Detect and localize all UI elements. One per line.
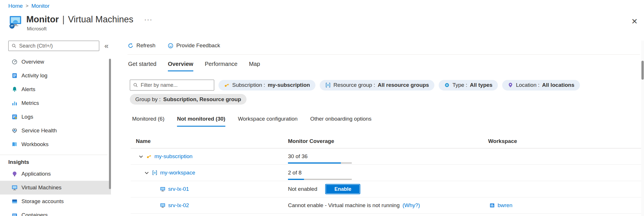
virtual-machine-icon [160,186,166,192]
sidebar-item-containers[interactable]: Containers [0,208,111,216]
virtual-machine-icon [160,203,166,208]
breadcrumb-home-link[interactable]: Home [8,3,23,9]
status-text: Not enabled [288,186,317,192]
page-scrollbar-thumb[interactable] [641,61,644,80]
sidebar-item-storage-accounts[interactable]: Storage accounts [0,195,111,208]
vm-link[interactable]: srv-lx-01 [168,186,189,192]
subtab-not-monitored[interactable]: Not monitored (30) [177,116,225,127]
chevron-down-icon[interactable] [138,154,144,159]
coverage-text: 2 of 8 [288,170,302,176]
name-filter-box [130,80,214,91]
table-header: Name Monitor Coverage Workspace [131,134,641,148]
subtab-monitored[interactable]: Monitored (6) [132,116,164,127]
name-filter-input[interactable] [141,82,211,88]
metrics-icon [11,100,18,106]
activity-log-icon [11,72,18,79]
filter-bar: Subscription : my-subscription Resource … [130,80,580,91]
page-title: Monitor [26,14,59,25]
sidebar-item-applications[interactable]: Applications [0,167,111,181]
breadcrumb: Home > Monitor [8,3,49,9]
sidebar-item-metrics[interactable]: Metrics [0,96,111,110]
sidebar-item-overview[interactable]: Overview [0,55,111,69]
provide-feedback-button[interactable]: Provide Feedback [168,42,220,49]
key-icon [224,82,230,88]
main-tabs: Get started Overview Performance Map [128,61,260,71]
sidebar-collapse-button[interactable]: « [104,42,108,50]
sidebar-scrollbar[interactable] [109,59,111,189]
resource-group-icon [152,170,158,176]
workspace-icon [489,203,495,208]
monitoring-subtabs: Monitored (6) Not monitored (30) Workspa… [132,116,371,127]
breadcrumb-monitor-link[interactable]: Monitor [31,3,49,9]
virtual-machines-icon [11,184,18,191]
workbooks-icon [11,141,18,148]
sidebar-searchbox [8,41,99,51]
sidebar-item-logs[interactable]: Logs [0,110,111,124]
sidebar-nav: Overview Activity log Alerts Metrics Log… [0,55,111,216]
main-content: Refresh Provide Feedback Get started Ove… [128,0,644,216]
group-by-bar: Group by : Subscription, Resource group [130,94,247,105]
search-icon [133,83,138,88]
table-row-workspace-group: my-workspace 2 of 8 [131,165,641,181]
storage-accounts-icon [11,198,18,205]
why-link[interactable]: (Why?) [402,202,420,209]
group-by-pill[interactable]: Group by : Subscription, Resource group [130,94,247,105]
page-subtitle-section: Virtual Machines [68,14,134,25]
vm-link[interactable]: srv-lx-02 [168,202,189,209]
sidebar: « Overview Activity log Alerts Metrics L… [0,37,111,216]
insights-section-title: Insights [0,155,108,165]
column-header-monitor-coverage: Monitor Coverage [288,138,488,144]
column-header-name: Name [131,138,288,144]
coverage-progress-bar [288,179,352,180]
resource-group-filter-pill[interactable]: Resource group : All resource groups [320,80,434,91]
table-row-vm-1: srv-lx-01 Not enabled Enable [131,181,641,197]
subscription-link[interactable]: my-subscription [154,153,192,160]
sidebar-item-service-health[interactable]: Service Health [0,124,111,138]
tab-performance[interactable]: Performance [205,61,238,71]
containers-icon [11,212,18,216]
sidebar-item-workbooks[interactable]: Workbooks [0,138,111,151]
subscription-filter-pill[interactable]: Subscription : my-subscription [218,80,315,91]
column-header-workspace: Workspace [488,138,641,144]
resource-group-link[interactable]: my-workspace [160,170,195,176]
chevron-down-icon[interactable] [144,170,149,175]
sidebar-item-virtual-machines[interactable]: Virtual Machines [0,181,111,195]
subtab-workspace-configuration[interactable]: Workspace configuration [238,116,298,127]
sidebar-search-input[interactable] [19,43,96,49]
status-text: Cannot enable - Virtual machine is not r… [288,202,399,209]
enable-button[interactable]: Enable [326,184,360,194]
location-filter-pill[interactable]: Location : All locations [502,80,580,91]
feedback-smiley-icon [168,43,174,49]
coverage-text: 30 of 36 [288,153,308,160]
subscription-key-icon [146,154,152,159]
tab-get-started[interactable]: Get started [128,61,156,71]
breadcrumb-separator-icon: > [26,3,29,9]
overview-icon [11,59,18,65]
command-bar: Refresh Provide Feedback [128,42,220,49]
type-icon [444,82,450,88]
type-filter-pill[interactable]: Type : All types [439,80,498,91]
coverage-progress-bar [288,162,352,164]
service-health-icon [11,127,18,134]
location-pin-icon [508,82,513,88]
refresh-button[interactable]: Refresh [128,42,156,49]
sidebar-item-activity-log[interactable]: Activity log [0,69,111,83]
refresh-icon [128,43,134,49]
title-separator: | [62,14,65,25]
command-bar-divider [128,54,640,55]
vm-table: Name Monitor Coverage Workspace my-subsc… [131,134,641,214]
tab-map[interactable]: Map [249,61,260,71]
tab-overview[interactable]: Overview [168,61,193,71]
workspace-link[interactable]: bwren [498,202,512,209]
alerts-icon [11,86,18,93]
logs-icon [11,114,18,120]
table-row-vm-2: srv-lx-02 Cannot enable - Virtual machin… [131,197,641,214]
sidebar-item-alerts[interactable]: Alerts [0,83,111,96]
search-icon [11,43,17,48]
applications-icon [11,171,18,177]
resource-group-icon [325,82,331,88]
subtab-other-onboarding-options[interactable]: Other onboarding options [310,116,371,127]
vm-insights-icon [9,15,22,30]
table-row-subscription: my-subscription 30 of 36 [131,148,641,165]
